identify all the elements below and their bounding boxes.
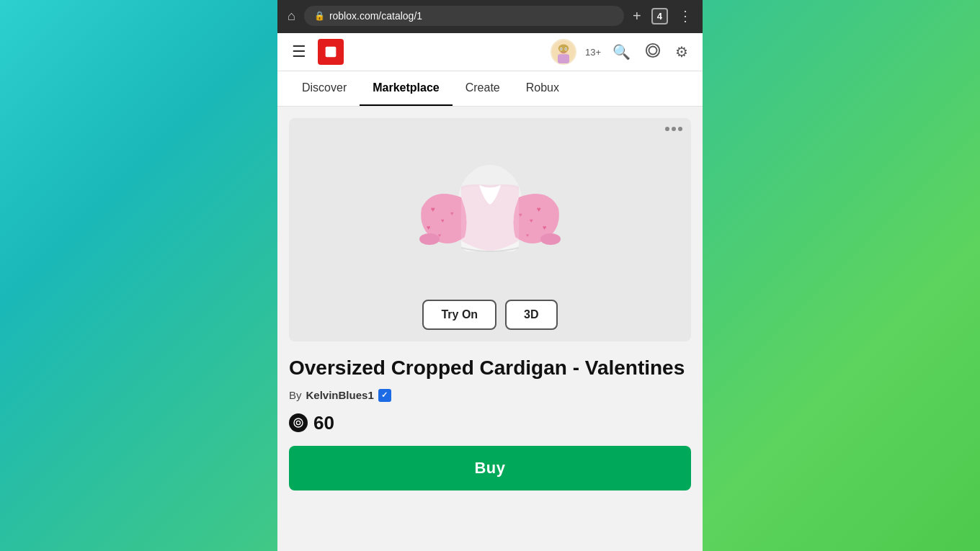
svg-text:♥: ♥ [537,205,541,213]
svg-text:♥: ♥ [441,218,445,224]
browser-actions: + 4 ⋮ [630,4,695,27]
product-image: ♥ ♥ ♥ ♥ ♥ ♥ ♥ ♥ ♥ ♥ [404,133,576,291]
phone-frame: ⌂ 🔒 roblox.com/catalog/1 + 4 ⋮ ☰ [277,0,703,551]
product-actions: Try On 3D [422,300,557,330]
avatar-icon[interactable] [551,39,576,65]
more-options-button[interactable] [665,127,682,131]
verified-badge: ✓ [378,389,391,402]
nav-menu: Discover Marketplace Create Robux [277,71,703,107]
url-text: roblox.com/catalog/1 [329,10,614,22]
creator-name[interactable]: KelvinBlues1 [306,389,374,401]
product-title: Oversized Cropped Cardigan - Valentines [289,356,691,380]
lock-icon: 🔒 [314,11,325,21]
svg-text:♥: ♥ [530,218,533,224]
product-creator: By KelvinBlues1 ✓ [289,389,691,402]
svg-point-8 [565,48,566,50]
svg-point-10 [649,46,657,54]
svg-text:♥: ♥ [427,224,430,231]
product-price: 60 [289,412,691,434]
dot-2 [672,127,676,131]
svg-rect-0 [326,47,337,58]
dot-3 [678,127,682,131]
robux-icon [289,413,308,432]
svg-point-23 [419,233,440,245]
three-d-button[interactable]: 3D [505,300,557,330]
address-bar[interactable]: 🔒 roblox.com/catalog/1 [304,6,624,26]
nav-create[interactable]: Create [453,71,513,106]
dot-1 [665,127,669,131]
buy-button[interactable]: Buy [289,446,691,490]
svg-text:♥: ♥ [543,224,546,231]
svg-text:♥: ♥ [526,233,529,238]
search-icon: 🔍 [612,44,631,60]
svg-point-25 [294,418,303,427]
settings-icon: ⚙ [675,44,688,60]
creator-prefix: By [289,389,302,401]
svg-text:♥: ♥ [519,212,522,218]
hamburger-icon: ☰ [292,42,306,61]
hamburger-menu-button[interactable]: ☰ [289,40,309,64]
svg-text:♥: ♥ [450,210,454,217]
age-badge[interactable]: 13+ [585,47,601,58]
svg-point-24 [540,233,561,245]
product-image-container: ♥ ♥ ♥ ♥ ♥ ♥ ♥ ♥ ♥ ♥ [289,118,691,341]
nav-robux[interactable]: Robux [513,71,572,106]
tabs-count-badge[interactable]: 4 [651,8,668,24]
svg-point-7 [561,48,562,50]
product-details: Oversized Cropped Cardigan - Valentines … [289,353,691,493]
browser-home-button[interactable]: ⌂ [285,6,298,27]
nav-discover[interactable]: Discover [289,71,360,106]
svg-text:♥: ♥ [431,205,435,213]
settings-button[interactable]: ⚙ [672,40,691,63]
browser-chrome: ⌂ 🔒 roblox.com/catalog/1 + 4 ⋮ [277,0,703,33]
price-amount: 60 [313,412,334,434]
nav-marketplace[interactable]: Marketplace [360,71,453,106]
try-on-button[interactable]: Try On [422,300,496,330]
svg-rect-3 [558,54,569,63]
roblox-logo[interactable] [318,39,344,65]
product-area: ♥ ♥ ♥ ♥ ♥ ♥ ♥ ♥ ♥ ♥ [277,107,703,551]
roblox-navbar: ☰ 13+ 🔍 [277,33,703,71]
svg-point-4 [558,45,569,53]
robux-button[interactable] [642,40,664,65]
add-tab-button[interactable]: + [630,5,644,27]
search-button[interactable]: 🔍 [610,40,633,63]
svg-point-26 [296,421,300,424]
browser-more-button[interactable]: ⋮ [675,4,695,27]
